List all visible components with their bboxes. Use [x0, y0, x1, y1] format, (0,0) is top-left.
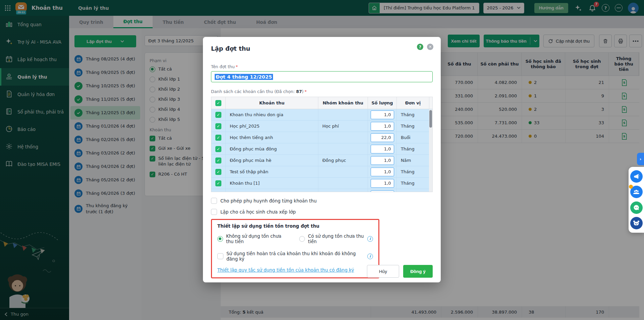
fee-name-cell: Đồng phục mùa đông	[226, 143, 318, 154]
fee-column-header-4: Đơn vị	[397, 97, 429, 109]
fee-row[interactable]: ✓Học phí_2025Học phí1,0Tháng	[211, 121, 432, 132]
fee-name-cell: Khoản thu [1]	[226, 178, 318, 189]
float-action-panel	[629, 167, 644, 233]
fee-unit-cell: Tháng	[397, 121, 429, 132]
fee-group-cell	[318, 143, 368, 154]
unassigned-students-checkbox[interactable]: Lập cho cả học sinh chưa xếp lớp	[211, 209, 433, 215]
info-icon[interactable]: i	[367, 236, 373, 242]
fee-unit-cell: Tháng	[397, 166, 429, 177]
fee-qty-cell: 1,0	[368, 178, 397, 189]
row-checkbox[interactable]: ✓	[211, 166, 226, 177]
fee-column-header-2: Nhóm khoản thu	[318, 97, 368, 109]
scrollbar-thumb[interactable]	[429, 110, 432, 128]
fee-row[interactable]: ✓Khoan thu nhieu don gia1,0Tháng	[211, 109, 432, 121]
fee-name-cell: Khoản thu 2	[226, 189, 318, 192]
row-checkbox[interactable]: ✓	[211, 189, 226, 192]
fee-group-cell	[318, 189, 368, 192]
chatbot-icon[interactable]	[630, 217, 643, 229]
float-panel-expand-tab[interactable]: ›	[637, 153, 644, 165]
fee-qty-cell: 1,0	[368, 109, 397, 120]
batch-name-value: Đợt 4 tháng 12/2025	[215, 74, 273, 80]
fee-group-cell: Học phí	[318, 121, 368, 132]
annotation-highlight-box: Thiết lập sử dụng tiền tồn trong đợt thu…	[211, 219, 379, 278]
fee-row[interactable]: ✓Học thêm tiếng anh22,0Buổi	[211, 132, 432, 143]
table-scrollbar[interactable]	[429, 109, 432, 192]
fee-table: ✓Khoản thuNhóm khoản thuSố lượngĐơn vị ✓…	[211, 97, 433, 192]
row-checkbox[interactable]: ✓	[211, 121, 226, 132]
fee-row[interactable]: ✓Đồng phục mùa đông1,0Tháng	[211, 143, 432, 155]
checkbox-icon: ✓	[215, 135, 221, 141]
batch-name-label: Tên đợt thu*	[211, 64, 433, 69]
checkbox-icon: ✓	[215, 123, 221, 129]
radio-no-balance[interactable]	[217, 236, 223, 242]
fee-column-header-1: Khoản thu	[226, 97, 318, 109]
modal-close-icon[interactable]: ✕	[427, 44, 433, 50]
fee-unit-cell: Năm	[397, 155, 429, 166]
qty-input[interactable]: 1,0	[371, 122, 394, 131]
batch-name-input[interactable]: Đợt 4 tháng 12/2025	[211, 71, 433, 82]
balance-settings-heading: Thiết lập sử dụng tiền tồn trong đợt thu	[217, 223, 373, 229]
create-batch-modal: Lập đợt thu ? ✕ Tên đợt thu* Đợt 4 tháng…	[203, 37, 441, 282]
checkbox-icon: ✓	[215, 180, 221, 186]
radio-use-balance[interactable]	[299, 236, 305, 242]
refund-checkbox[interactable]: Sử dụng tiền hoàn trả của khoản thu khi …	[217, 251, 373, 262]
select-all-checkbox[interactable]: ✓	[211, 97, 226, 109]
qty-input[interactable]: 1,0	[371, 156, 394, 165]
fee-name-cell: Học phí_2025	[226, 121, 318, 132]
row-checkbox[interactable]: ✓	[211, 132, 226, 143]
modal-help-icon[interactable]: ?	[417, 44, 423, 50]
fee-row[interactable]: ✓Khoản thu [1]1,0Tháng	[211, 178, 432, 189]
confirm-button[interactable]: Đồng ý	[403, 265, 433, 278]
row-checkbox[interactable]: ✓	[211, 155, 226, 166]
fee-unit-cell: Tháng	[397, 109, 429, 120]
checkbox-icon: ✓	[215, 146, 221, 152]
checkbox-icon: ✓	[215, 192, 221, 192]
fee-list-label: Danh sách các khoản cần thu (Đã chọn: 87…	[211, 89, 433, 94]
qty-input[interactable]: 22,0	[371, 133, 394, 142]
checkbox-icon	[211, 198, 217, 204]
fee-table-header: ✓Khoản thuNhóm khoản thuSố lượngĐơn vị	[211, 97, 432, 109]
fee-name-cell: Test số thập phân	[226, 166, 318, 177]
fee-unit-cell: Tháng	[397, 143, 429, 154]
allow-partial-checkbox[interactable]: Cho phép phụ huynh đóng từng khoản thu	[211, 198, 433, 204]
checkbox-icon	[211, 209, 217, 215]
megaphone-icon[interactable]	[630, 170, 643, 183]
qty-input[interactable]: 1,0	[371, 190, 394, 192]
checkbox-icon	[217, 253, 223, 259]
fee-group-cell	[318, 132, 368, 143]
row-checkbox[interactable]: ✓	[211, 143, 226, 154]
row-checkbox[interactable]: ✓	[211, 109, 226, 120]
unassigned-students-label: Lập cho cả học sinh chưa xếp lớp	[220, 209, 296, 215]
row-checkbox[interactable]: ✓	[211, 178, 226, 189]
fee-unit-cell: Buổi	[397, 132, 429, 143]
checkbox-icon: ✓	[215, 169, 221, 175]
chat-support-icon[interactable]	[630, 201, 643, 214]
fee-name-cell: Đồng phục mùa hè	[226, 155, 318, 166]
fee-column-header-3: Số lượng	[368, 97, 397, 109]
radio-no-balance-label: Không sử dụng tồn chưa thu tiền	[226, 233, 289, 244]
checkbox-icon: ✓	[215, 112, 221, 118]
refund-checkbox-label: Sử dụng tiền hoàn trả của khoản thu khi …	[226, 251, 364, 262]
fee-qty-cell: 1,0	[368, 143, 397, 154]
fee-group-cell	[318, 178, 368, 189]
community-icon[interactable]	[630, 186, 643, 198]
fee-row[interactable]: ✓Khoản thu 21,0Tháng	[211, 189, 432, 192]
qty-input[interactable]: 1,0	[371, 179, 394, 188]
balance-rule-link[interactable]: Thiết lập quy tắc sử dụng tiền tồn của k…	[217, 267, 354, 273]
radio-use-balance-label: Có sử dụng tồn chưa thu tiền	[308, 233, 364, 244]
cancel-button[interactable]: Hủy	[367, 265, 399, 278]
fee-name-cell: Học thêm tiếng anh	[226, 132, 318, 143]
fee-unit-cell: Tháng	[397, 189, 429, 192]
info-icon[interactable]: i	[367, 254, 373, 259]
fee-group-cell	[318, 166, 368, 177]
qty-input[interactable]: 1,0	[371, 168, 394, 176]
fee-row[interactable]: ✓Đồng phục mùa hèĐồng phục1,0Năm	[211, 155, 432, 166]
qty-input[interactable]: 1,0	[371, 145, 394, 153]
fee-row[interactable]: ✓Test số thập phân1,0Tháng	[211, 166, 432, 178]
allow-partial-label: Cho phép phụ huynh đóng từng khoản thu	[220, 198, 317, 203]
community-badge	[629, 185, 633, 189]
modal-title: Lập đợt thu	[211, 45, 433, 52]
fee-qty-cell: 1,0	[368, 121, 397, 132]
qty-input[interactable]: 1,0	[371, 110, 394, 119]
fee-qty-cell: 1,0	[368, 155, 397, 166]
